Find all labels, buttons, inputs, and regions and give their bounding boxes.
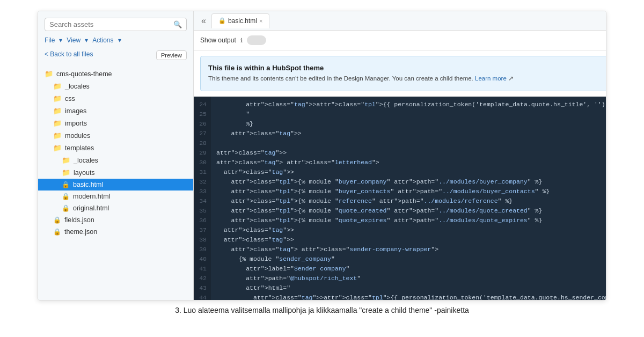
- tree-item-label: templates: [65, 144, 94, 152]
- sidebar: 🔍 File ▾ View ▾ Actions ▾ < Back to all …: [38, 11, 194, 300]
- tree-item-label: theme.json: [64, 228, 97, 236]
- line-number: 39: [198, 245, 207, 254]
- code-line: attr">class="tag">>attr">class="tpl">{{ …: [216, 293, 606, 300]
- code-line: attr">class="tag">>: [216, 129, 606, 138]
- line-number: 43: [198, 283, 207, 293]
- line-number: 29: [198, 148, 207, 158]
- search-bar[interactable]: 🔍: [45, 18, 187, 31]
- show-output-toggle[interactable]: [247, 35, 266, 45]
- tree-item-modules[interactable]: 📁modules: [38, 129, 193, 142]
- back-link[interactable]: < Back to all files: [38, 48, 99, 62]
- file-icon: 🔒: [53, 228, 61, 236]
- tab-close-icon[interactable]: ×: [259, 18, 262, 24]
- tree-item-css[interactable]: 📁css: [38, 92, 193, 105]
- folder-icon: 📁: [53, 144, 62, 152]
- editor-area: « 🔒 basic.html × ▾ Show output ℹ Preview…: [194, 11, 606, 300]
- tab-file-icon: 🔒: [218, 17, 226, 24]
- tree-item-label: modules: [65, 132, 90, 140]
- theme-banner-desc: This theme and its contents can't be edi…: [208, 74, 606, 83]
- code-line: attr">path="@hubspot/rich_text": [216, 274, 606, 283]
- folder-icon: 📁: [62, 169, 70, 177]
- code-line: attr">class="tpl">{% module "buyer_compa…: [216, 177, 606, 187]
- file-icon: 🔒: [62, 193, 70, 200]
- outer-container: 🔍 File ▾ View ▾ Actions ▾ < Back to all …: [0, 0, 644, 337]
- tab-basic-html[interactable]: 🔒 basic.html ×: [211, 13, 269, 28]
- tree-item-imports[interactable]: 📁imports: [38, 117, 193, 129]
- tree-item-_locales[interactable]: 📁_locales: [38, 80, 193, 92]
- line-number: 35: [198, 206, 207, 216]
- code-line: {% module "sender_company": [216, 254, 606, 264]
- theme-banner: This file is within a HubSpot theme This…: [200, 56, 606, 91]
- folder-icon: 📁: [62, 156, 70, 164]
- tree-item-label: imports: [65, 120, 87, 127]
- line-number: 28: [198, 138, 207, 148]
- line-number: 33: [198, 187, 207, 196]
- screenshot-area: 🔍 File ▾ View ▾ Actions ▾ < Back to all …: [38, 11, 606, 301]
- sidebar-toolbar: File ▾ View ▾ Actions ▾: [38, 36, 193, 48]
- tree-item-label: _locales: [74, 157, 98, 164]
- line-number: 30: [198, 158, 207, 167]
- folder-icon: 📁: [53, 119, 62, 127]
- line-number: 41: [198, 264, 207, 274]
- dropdown-icon-actions: ▾: [118, 36, 121, 44]
- file-menu[interactable]: File: [45, 36, 55, 44]
- code-content[interactable]: attr">class="tag">>attr">class="tpl">{{ …: [211, 97, 606, 300]
- tree-item-images[interactable]: 📁images: [38, 105, 193, 117]
- folder-icon: 📁: [53, 82, 62, 90]
- line-number: 34: [198, 196, 207, 206]
- file-icon: 🔒: [62, 204, 70, 212]
- code-line: attr">class="tag">>attr">class="tpl">{{ …: [216, 100, 606, 109]
- tree-item-templates[interactable]: 📁templates: [38, 142, 193, 154]
- external-link-icon: ↗: [508, 75, 514, 82]
- line-number: 42: [198, 274, 207, 283]
- theme-banner-title: This file is within a HubSpot theme: [208, 64, 606, 72]
- line-number: 31: [198, 167, 207, 177]
- code-line: ": [216, 109, 606, 119]
- line-number: 36: [198, 216, 207, 225]
- tree-item-label: basic.html: [73, 181, 103, 188]
- file-icon: 🔒: [62, 181, 70, 188]
- code-line: attr">class="tpl">{% module "quote_expir…: [216, 216, 606, 225]
- tree-item-label: cms-quotes-theme: [56, 70, 112, 78]
- view-menu[interactable]: View: [67, 36, 80, 44]
- preview-btn-sidebar[interactable]: Preview: [156, 50, 187, 60]
- tree-item-label: fields.json: [64, 216, 94, 224]
- tree-item-label: modern.html: [73, 193, 110, 200]
- line-number: 26: [198, 119, 207, 129]
- tree-item-label: css: [65, 95, 75, 102]
- line-number: 37: [198, 225, 207, 235]
- line-number: 38: [198, 235, 207, 245]
- tree-item-_locales2[interactable]: 📁_locales: [38, 154, 193, 166]
- code-line: attr">label="Sender company": [216, 264, 606, 274]
- code-line: attr">class="tag">>: [216, 167, 606, 177]
- search-input[interactable]: [49, 20, 173, 28]
- dropdown-icon-file: ▾: [59, 36, 62, 44]
- tree-item-cms-quotes-theme[interactable]: 📁cms-quotes-theme: [38, 68, 193, 80]
- actions-menu[interactable]: Actions: [92, 36, 113, 44]
- tree-item-basic-html[interactable]: 🔒basic.html: [38, 179, 193, 191]
- code-line: attr">html=": [216, 283, 606, 293]
- learn-more-link[interactable]: Learn more: [475, 75, 507, 82]
- tree-item-modern-html[interactable]: 🔒modern.html: [38, 191, 193, 202]
- editor-tabs: « 🔒 basic.html × ▾: [194, 11, 606, 31]
- tab-back-button[interactable]: «: [198, 16, 209, 26]
- code-line: attr">class="tag"> attr">class="sender-c…: [216, 245, 606, 254]
- line-number: 40: [198, 254, 207, 264]
- tree-item-label: _locales: [65, 83, 90, 90]
- line-number: 25: [198, 109, 207, 119]
- tree-item-layouts[interactable]: 📁layouts: [38, 166, 193, 179]
- code-line: attr">class="tpl">{% module "quote_creat…: [216, 206, 606, 216]
- tree-item-theme-json[interactable]: 🔒theme.json: [38, 226, 193, 238]
- folder-icon: 📁: [53, 131, 62, 140]
- code-line: attr">class="tag"> attr">class="letterhe…: [216, 158, 606, 167]
- code-line: %}: [216, 119, 606, 129]
- folder-icon: 📁: [53, 107, 62, 115]
- line-number: 44: [198, 293, 207, 300]
- tree-item-original-html[interactable]: 🔒original.html: [38, 202, 193, 214]
- line-number: 27: [198, 129, 207, 138]
- line-number: 24: [198, 100, 207, 109]
- code-line: attr">class="tag">>: [216, 148, 606, 158]
- tree-item-fields-json[interactable]: 🔒fields.json: [38, 214, 193, 226]
- line-number: 32: [198, 177, 207, 187]
- theme-banner-text: This file is within a HubSpot theme This…: [208, 64, 606, 83]
